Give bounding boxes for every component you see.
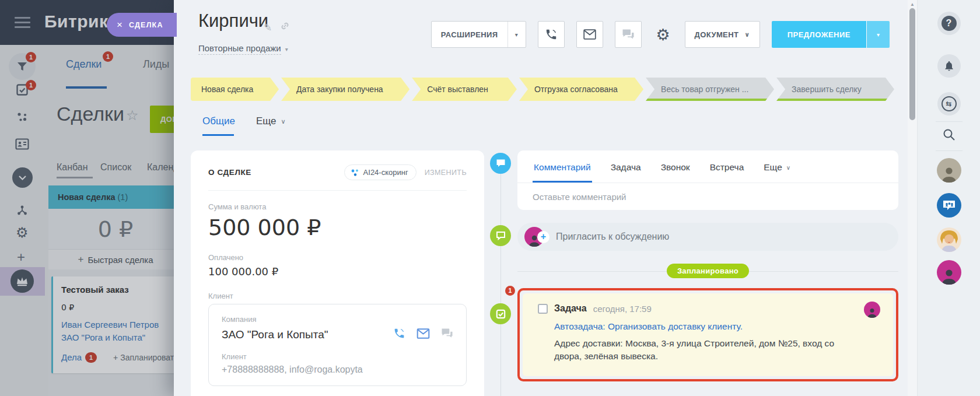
ai-scoring-button[interactable]: AI24-скоринг — [344, 164, 416, 180]
deal-category-selector[interactable]: Повторные продажи ▾ — [198, 43, 288, 55]
deal-slider-panel: Кирпичи ✎ Повторные продажи ▾ РАСШИРЕНИЯ… — [174, 0, 908, 396]
timeline-group-separator: Запланировано — [517, 264, 898, 279]
copy-link-icon[interactable] — [280, 21, 290, 33]
dialog-swap-icon: ⇆ — [942, 96, 957, 111]
tab-task[interactable]: Задача — [610, 150, 642, 183]
task-check-icon — [490, 303, 511, 324]
group-chat-avatar[interactable] — [937, 193, 961, 218]
slider-tab: × СДЕЛКА — [107, 13, 177, 37]
task-checkbox[interactable] — [538, 304, 548, 314]
question-icon: ? — [942, 16, 957, 31]
call-button[interactable] — [538, 21, 565, 48]
discussion-bubble-icon — [490, 225, 511, 246]
edit-title-icon[interactable]: ✎ — [264, 22, 272, 33]
chevron-down-icon: ▾ — [508, 31, 526, 38]
document-button[interactable]: ДОКУМЕНТ ∨ — [685, 21, 760, 48]
pipeline-stage[interactable]: Завершить сделку — [776, 78, 894, 101]
paid-value: 100 000.00 ₽ — [208, 265, 467, 278]
active-deal-tab-underline — [202, 134, 234, 136]
comment-input[interactable]: Оставьте комментарий — [517, 183, 898, 210]
bot-avatar[interactable] — [937, 227, 961, 252]
messenger-button[interactable]: ⇆ — [937, 92, 961, 115]
contact-value: +78888888888, info@roga.kopyta — [222, 365, 453, 375]
task-count-badge: 1 — [505, 286, 515, 296]
deal-title: Кирпичи — [198, 10, 268, 31]
slider-tab-label: СДЕЛКА — [129, 21, 163, 29]
extensions-button[interactable]: РАСШИРЕНИЯ ▾ — [431, 21, 526, 48]
task-timestamp: сегодня, 17:59 — [593, 304, 652, 314]
scrollbar-thumb[interactable] — [909, 8, 915, 120]
amount-value[interactable]: 500 000 ₽ — [208, 215, 467, 240]
chevron-down-icon: ∨ — [744, 31, 750, 38]
company-label: Компания — [222, 315, 453, 324]
pipeline-stage[interactable]: Дата закупки получена — [281, 78, 410, 101]
deal-detail-tabs: Общие Еще ∨ — [202, 115, 286, 127]
tab-meeting[interactable]: Встреча — [709, 150, 746, 183]
molecule-icon — [351, 169, 359, 177]
planned-badge: Запланировано — [667, 264, 749, 278]
group-chat-icon — [942, 199, 956, 212]
task-link[interactable]: Автозадача: Организовать доставку клиент… — [554, 321, 878, 332]
client-label: Клиент — [208, 292, 467, 300]
timeline-composer-card: Комментарий Задача Звонок Встреча Еще ∨ … — [517, 150, 898, 210]
chevron-down-icon: ∨ — [281, 118, 286, 125]
composer-tabs: Комментарий Задача Звонок Встреча Еще ∨ — [517, 150, 898, 183]
notifications-button[interactable] — [937, 54, 961, 78]
tab-comment[interactable]: Комментарий — [533, 150, 592, 183]
chat-button[interactable] — [615, 21, 642, 48]
company-name-link[interactable]: ЗАО "Рога и Копыта" — [222, 328, 328, 341]
tab-general[interactable]: Общие — [202, 115, 235, 127]
pipeline-stage[interactable]: Весь товар отгружен ... — [646, 78, 774, 101]
deal-stage-pipeline: Новая сделка Дата закупки получена Счёт … — [191, 78, 897, 101]
pipeline-stage[interactable]: Отгрузка согласована — [519, 78, 643, 101]
paid-label: Оплачено — [208, 253, 467, 262]
amount-label: Сумма и валюта — [208, 202, 467, 211]
task-card[interactable]: Задача сегодня, 17:59 Автозадача: Органи… — [523, 293, 893, 376]
about-deal-card: О СДЕЛКЕ AI24-скоринг изменить Сумма и в… — [191, 150, 484, 396]
help-button[interactable]: ? — [937, 12, 961, 35]
deal-toolbar: РАСШИРЕНИЯ ▾ ⚙ ДОКУМЕНТ ∨ ПРЕДЛОЖЕНИЕ ▾ — [431, 21, 890, 48]
scroll-up-icon[interactable]: ▲ — [908, 2, 917, 7]
avatar — [864, 302, 880, 318]
timeline: Комментарий Задача Звонок Встреча Еще ∨ … — [484, 150, 898, 396]
gear-icon[interactable]: ⚙ — [653, 21, 673, 48]
about-section-title: О СДЕЛКЕ — [208, 168, 251, 177]
chat-icon[interactable] — [441, 328, 453, 341]
client-box: Компания ЗАО "Рога и Копыта" — [208, 304, 467, 386]
proposal-button[interactable]: ПРЕДЛОЖЕНИЕ — [772, 21, 866, 48]
tab-more[interactable]: Еще ∨ — [256, 115, 286, 127]
proposal-split-button: ПРЕДЛОЖЕНИЕ ▾ — [772, 21, 890, 48]
search-icon — [942, 127, 957, 142]
contact-label: Клиент — [222, 352, 453, 361]
pipeline-stage[interactable]: Новая сделка — [191, 78, 279, 101]
task-description: Адрес доставки: Москва, 3-я улица Строит… — [554, 337, 849, 363]
tab-call[interactable]: Звонок — [660, 150, 691, 183]
divider — [936, 121, 963, 122]
contact-avatar[interactable] — [937, 260, 961, 285]
user-avatar[interactable] — [937, 158, 961, 183]
email-icon[interactable] — [416, 328, 430, 341]
dim-overlay[interactable] — [0, 0, 174, 396]
right-sidebar: ? ⇆ — [917, 0, 980, 396]
edit-link[interactable]: изменить — [425, 169, 467, 177]
chevron-down-icon: ▾ — [285, 46, 288, 52]
invite-to-discussion[interactable]: + Пригласить к обсуждению — [517, 223, 898, 251]
tab-more[interactable]: Еще ∨ — [762, 150, 792, 183]
screen: Битрикс24 1 1 ⚙ + — [0, 0, 980, 396]
highlighted-task-frame: Задача сегодня, 17:59 Автозадача: Органи… — [517, 288, 898, 381]
phone-icon[interactable] — [393, 327, 405, 342]
pipeline-stage[interactable]: Счёт выставлен — [412, 78, 517, 101]
comment-bubble-icon — [490, 153, 511, 174]
task-type: Задача — [554, 303, 587, 314]
close-icon[interactable]: × — [117, 20, 123, 30]
proposal-dropdown[interactable]: ▾ — [867, 21, 890, 48]
email-button[interactable] — [576, 21, 603, 48]
divider — [936, 150, 963, 151]
add-user-icon: + — [537, 231, 550, 243]
bell-icon — [937, 54, 961, 78]
search-button[interactable] — [942, 127, 957, 145]
scrollbar[interactable]: ▲ — [908, 0, 917, 396]
chevron-down-icon: ∨ — [786, 164, 790, 171]
